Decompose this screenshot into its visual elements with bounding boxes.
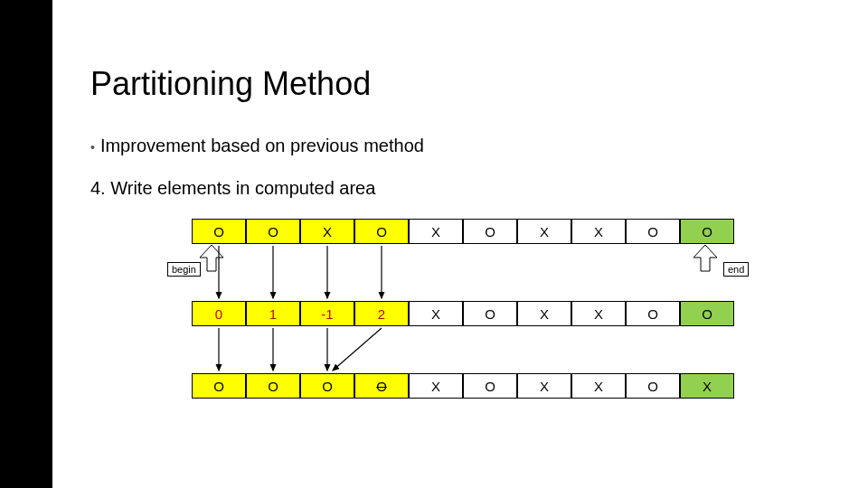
cell: X <box>517 301 571 326</box>
cell: O <box>463 219 517 244</box>
cell: O <box>626 373 680 399</box>
cell: X <box>571 301 626 326</box>
cell: X <box>680 373 734 399</box>
cell: X <box>571 219 626 244</box>
array-row-output: OOOOXOXXOX <box>192 373 734 399</box>
cell: O <box>626 219 680 244</box>
side-stripe <box>0 0 52 488</box>
cell: X <box>517 219 571 244</box>
cell: O <box>300 373 354 399</box>
cell: X <box>517 373 571 399</box>
cell: O <box>463 301 517 326</box>
slide-title: Partitioning Method <box>90 65 371 103</box>
bullet-text: Improvement based on previous method <box>100 136 424 155</box>
cell: O <box>354 373 409 399</box>
cell: O <box>680 301 734 326</box>
cell: -1 <box>300 301 354 326</box>
cell: X <box>409 219 463 244</box>
cell: 1 <box>246 301 300 326</box>
array-row-offsets: 01-12XOXXOO <box>192 301 734 326</box>
cell: 2 <box>354 301 409 326</box>
step-text: 4. Write elements in computed area <box>90 178 375 199</box>
slide: Partitioning Method •Improvement based o… <box>0 0 868 488</box>
cell: O <box>354 219 409 244</box>
cell: X <box>409 373 463 399</box>
bullet-dot-icon: • <box>90 140 100 155</box>
label-end: end <box>723 262 749 277</box>
cell: 0 <box>192 301 246 326</box>
cell: O <box>626 301 680 326</box>
cell: O <box>246 373 300 399</box>
cell: O <box>680 219 734 244</box>
cell: O <box>192 219 246 244</box>
cell: O <box>192 373 246 399</box>
cell: X <box>409 301 463 326</box>
bullet-line: •Improvement based on previous method <box>90 136 424 156</box>
cell: X <box>571 373 626 399</box>
label-begin: begin <box>167 262 201 277</box>
svg-line-7 <box>333 328 382 371</box>
cell: X <box>300 219 354 244</box>
array-row-input: OOXOXOXXOO <box>192 219 734 244</box>
cell: O <box>463 373 517 399</box>
cell: O <box>246 219 300 244</box>
